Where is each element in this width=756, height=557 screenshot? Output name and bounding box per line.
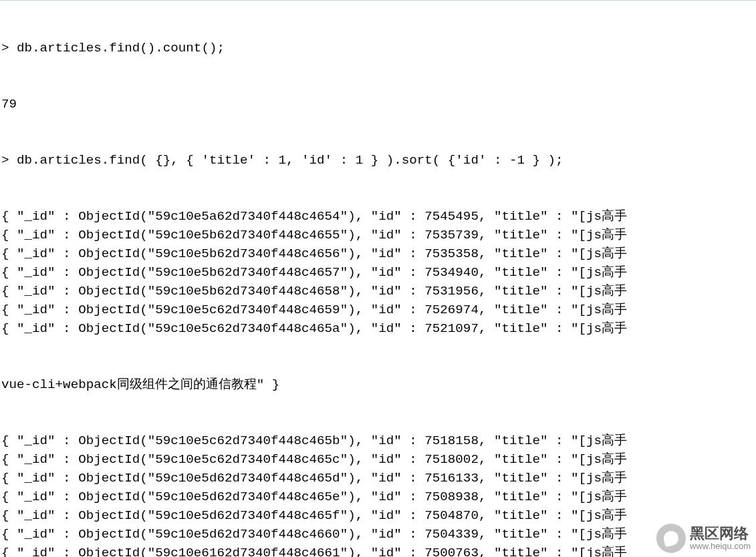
result-row: { "_id" : ObjectId("59c10e5b62d7340f448c…	[1, 282, 756, 301]
terminal-output[interactable]: > db.articles.find().count(); 79 > db.ar…	[0, 0, 756, 557]
watermark: 黑区网络 www.heiqu.com	[656, 524, 751, 553]
watermark-title: 黑区网络	[690, 526, 751, 541]
command-line: > db.articles.find( {}, { 'title' : 1, '…	[1, 151, 756, 170]
command-line: > db.articles.find().count();	[1, 39, 756, 57]
result-row: { "_id" : ObjectId("59c10e5b62d7340f448c…	[1, 244, 756, 263]
result-row: { "_id" : ObjectId("59c10e5d62d7340f448c…	[1, 488, 756, 506]
result-row: { "_id" : ObjectId("59c10e5c62d7340f448c…	[1, 301, 756, 319]
result-row: { "_id" : ObjectId("59c10e5d62d7340f448c…	[1, 525, 756, 544]
command-query: db.articles.find( {}, { 'title' : 1, 'id…	[17, 153, 563, 168]
command-count: db.articles.find().count();	[17, 41, 225, 55]
result-row: { "_id" : ObjectId("59c10e6162d7340f448c…	[1, 544, 756, 557]
result-row: { "_id" : ObjectId("59c10e5b62d7340f448c…	[1, 263, 756, 282]
result-row: { "_id" : ObjectId("59c10e5b62d7340f448c…	[1, 226, 756, 244]
result-row: { "_id" : ObjectId("59c10e5d62d7340f448c…	[1, 469, 756, 488]
prompt: >	[1, 41, 9, 55]
prompt: >	[1, 153, 9, 168]
result-row: { "_id" : ObjectId("59c10e5c62d7340f448c…	[1, 319, 756, 338]
wrapped-line: vue-cli+webpack同级组件之间的通信教程" }	[1, 375, 756, 394]
result-row: { "_id" : ObjectId("59c10e5d62d7340f448c…	[1, 506, 756, 525]
watermark-logo-icon	[656, 524, 686, 553]
result-row: { "_id" : ObjectId("59c10e5c62d7340f448c…	[1, 450, 756, 469]
watermark-url: www.heiqu.com	[690, 541, 751, 551]
result-row: { "_id" : ObjectId("59c10e5c62d7340f448c…	[1, 431, 756, 450]
result-row: { "_id" : ObjectId("59c10e5a62d7340f448c…	[1, 207, 756, 226]
count-result: 79	[1, 95, 756, 114]
